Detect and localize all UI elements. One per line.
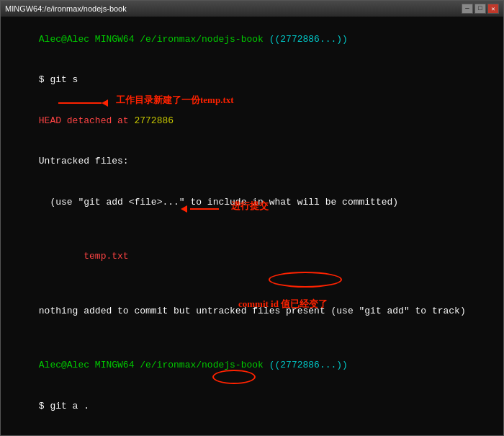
temp-txt-line: temp.txt xyxy=(5,237,499,278)
command-line-2: $ git a . xyxy=(5,386,499,427)
annotation-text-1: 工作目录新建了一份temp.txt xyxy=(116,94,234,107)
command-line-1: $ git s xyxy=(5,61,499,102)
window-title: MINGW64:/e/ironmax/nodejs-book xyxy=(5,4,127,13)
oval-acc5012-1 xyxy=(269,272,342,288)
blank-3 xyxy=(5,332,499,345)
maximize-button[interactable]: □ xyxy=(474,4,486,14)
prompt-line-1: Alec@Alec MINGW64 /e/ironmax/nodejs-book… xyxy=(5,19,499,61)
blank-2 xyxy=(5,277,499,291)
window-controls: ─ □ ✕ xyxy=(462,4,499,14)
untracked-label: Untracked files: xyxy=(5,142,499,183)
close-button[interactable]: ✕ xyxy=(487,4,499,14)
blank-1 xyxy=(5,223,499,237)
blank-4 xyxy=(5,427,499,435)
annotation-text-2: 进行提交 xyxy=(231,200,269,213)
annotation-text-3: commit id 值已经变了 xyxy=(238,298,328,311)
oval-acc5012-2 xyxy=(212,370,256,384)
annotation-arrow-2 xyxy=(179,205,219,213)
minimize-button[interactable]: ─ xyxy=(462,4,473,14)
arrow-left-1 xyxy=(102,99,108,107)
terminal-content: Alec@Alec MINGW64 /e/ironmax/nodejs-book… xyxy=(1,17,503,435)
title-bar: MINGW64:/e/ironmax/nodejs-book ─ □ ✕ xyxy=(1,1,503,17)
annotation-arrow-1 xyxy=(58,99,111,107)
arrow-left-2 xyxy=(181,205,187,213)
terminal-window: MINGW64:/e/ironmax/nodejs-book ─ □ ✕ Ale… xyxy=(0,0,504,436)
head-detached-1: HEAD detached at 2772886 xyxy=(5,101,499,142)
